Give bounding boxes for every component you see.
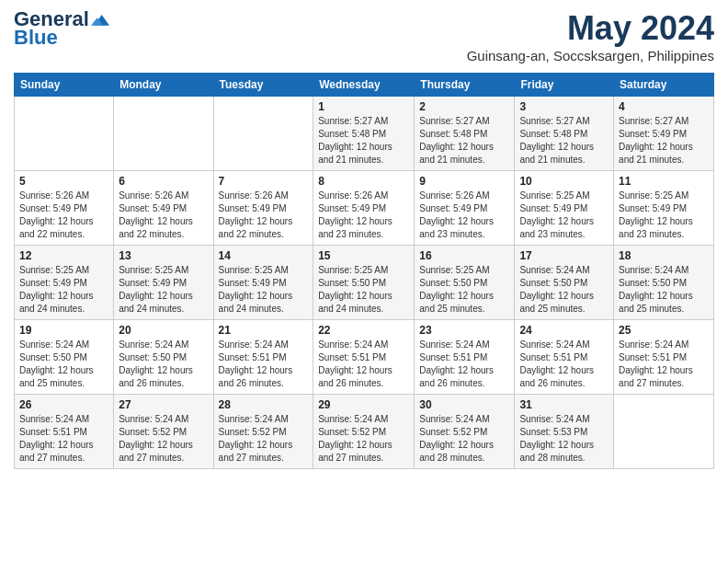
day-number: 2: [419, 100, 509, 113]
day-info: Sunrise: 5:24 AM Sunset: 5:51 PM Dayligh…: [219, 339, 309, 390]
location-title: Guinsang-an, Soccsksargen, Philippines: [467, 48, 714, 63]
day-info: Sunrise: 5:24 AM Sunset: 5:52 PM Dayligh…: [419, 413, 509, 465]
day-cell: 4Sunrise: 5:27 AM Sunset: 5:49 PM Daylig…: [614, 97, 714, 171]
day-info: Sunrise: 5:24 AM Sunset: 5:51 PM Dayligh…: [419, 339, 509, 390]
logo-icon: [91, 10, 109, 29]
day-info: Sunrise: 5:24 AM Sunset: 5:52 PM Dayligh…: [119, 413, 208, 465]
day-info: Sunrise: 5:24 AM Sunset: 5:51 PM Dayligh…: [318, 339, 409, 390]
day-number: 22: [318, 324, 409, 337]
day-info: Sunrise: 5:24 AM Sunset: 5:50 PM Dayligh…: [619, 264, 709, 316]
day-cell: 28Sunrise: 5:24 AM Sunset: 5:52 PM Dayli…: [213, 395, 313, 469]
day-info: Sunrise: 5:24 AM Sunset: 5:52 PM Dayligh…: [219, 413, 309, 465]
day-cell: 9Sunrise: 5:26 AM Sunset: 5:49 PM Daylig…: [415, 171, 515, 246]
day-cell: 19Sunrise: 5:24 AM Sunset: 5:50 PM Dayli…: [15, 320, 114, 395]
day-number: 4: [619, 100, 709, 113]
day-number: 7: [219, 175, 309, 188]
day-info: Sunrise: 5:27 AM Sunset: 5:48 PM Dayligh…: [318, 115, 409, 167]
day-number: 31: [519, 398, 609, 411]
day-number: 27: [119, 398, 208, 411]
header: General Blue May 2024 Guinsang-an, Soccs…: [14, 9, 714, 69]
day-number: 3: [519, 100, 609, 113]
day-number: 5: [19, 175, 108, 188]
day-info: Sunrise: 5:25 AM Sunset: 5:49 PM Dayligh…: [219, 264, 309, 316]
header-cell-thursday: Thursday: [415, 74, 515, 97]
calendar-body: 1Sunrise: 5:27 AM Sunset: 5:48 PM Daylig…: [15, 97, 714, 469]
day-cell: 12Sunrise: 5:25 AM Sunset: 5:49 PM Dayli…: [15, 246, 114, 320]
day-number: 25: [619, 324, 709, 337]
day-info: Sunrise: 5:26 AM Sunset: 5:49 PM Dayligh…: [219, 190, 309, 241]
day-info: Sunrise: 5:26 AM Sunset: 5:49 PM Dayligh…: [119, 190, 208, 241]
day-cell: 23Sunrise: 5:24 AM Sunset: 5:51 PM Dayli…: [415, 320, 515, 395]
day-cell: 8Sunrise: 5:26 AM Sunset: 5:49 PM Daylig…: [313, 171, 415, 246]
day-cell: 21Sunrise: 5:24 AM Sunset: 5:51 PM Dayli…: [213, 320, 313, 395]
day-cell: 24Sunrise: 5:24 AM Sunset: 5:51 PM Dayli…: [515, 320, 614, 395]
day-cell: [15, 97, 114, 171]
day-cell: 15Sunrise: 5:25 AM Sunset: 5:50 PM Dayli…: [313, 246, 415, 320]
day-info: Sunrise: 5:25 AM Sunset: 5:49 PM Dayligh…: [619, 190, 709, 241]
day-number: 28: [219, 398, 309, 411]
logo: General Blue: [14, 9, 109, 50]
month-title: May 2024: [467, 9, 714, 48]
day-cell: 2Sunrise: 5:27 AM Sunset: 5:48 PM Daylig…: [415, 97, 515, 171]
day-number: 17: [519, 249, 609, 262]
day-info: Sunrise: 5:24 AM Sunset: 5:50 PM Dayligh…: [19, 339, 108, 390]
day-number: 13: [119, 249, 208, 262]
day-number: 20: [119, 324, 208, 337]
day-number: 21: [219, 324, 309, 337]
day-number: 1: [318, 100, 409, 113]
calendar-table: SundayMondayTuesdayWednesdayThursdayFrid…: [14, 73, 714, 469]
day-number: 24: [519, 324, 609, 337]
day-cell: [114, 97, 213, 171]
day-number: 16: [419, 249, 509, 262]
day-info: Sunrise: 5:24 AM Sunset: 5:51 PM Dayligh…: [519, 339, 609, 390]
header-cell-wednesday: Wednesday: [313, 74, 415, 97]
day-cell: 27Sunrise: 5:24 AM Sunset: 5:52 PM Dayli…: [114, 395, 213, 469]
day-info: Sunrise: 5:24 AM Sunset: 5:52 PM Dayligh…: [318, 413, 409, 465]
day-info: Sunrise: 5:24 AM Sunset: 5:51 PM Dayligh…: [19, 413, 108, 465]
week-row-2: 5Sunrise: 5:26 AM Sunset: 5:49 PM Daylig…: [15, 171, 714, 246]
day-cell: 25Sunrise: 5:24 AM Sunset: 5:51 PM Dayli…: [614, 320, 714, 395]
day-cell: 7Sunrise: 5:26 AM Sunset: 5:49 PM Daylig…: [213, 171, 313, 246]
day-number: 15: [318, 249, 409, 262]
day-cell: 29Sunrise: 5:24 AM Sunset: 5:52 PM Dayli…: [313, 395, 415, 469]
day-info: Sunrise: 5:27 AM Sunset: 5:49 PM Dayligh…: [619, 115, 709, 167]
day-info: Sunrise: 5:27 AM Sunset: 5:48 PM Dayligh…: [519, 115, 609, 167]
day-info: Sunrise: 5:24 AM Sunset: 5:50 PM Dayligh…: [519, 264, 609, 316]
day-cell: [213, 97, 313, 171]
day-cell: 22Sunrise: 5:24 AM Sunset: 5:51 PM Dayli…: [313, 320, 415, 395]
day-number: 14: [219, 249, 309, 262]
day-cell: 6Sunrise: 5:26 AM Sunset: 5:49 PM Daylig…: [114, 171, 213, 246]
day-info: Sunrise: 5:26 AM Sunset: 5:49 PM Dayligh…: [318, 190, 409, 241]
day-number: 23: [419, 324, 509, 337]
day-cell: 11Sunrise: 5:25 AM Sunset: 5:49 PM Dayli…: [614, 171, 714, 246]
day-info: Sunrise: 5:24 AM Sunset: 5:50 PM Dayligh…: [119, 339, 208, 390]
day-number: 6: [119, 175, 208, 188]
calendar-header: SundayMondayTuesdayWednesdayThursdayFrid…: [15, 74, 714, 97]
day-info: Sunrise: 5:24 AM Sunset: 5:51 PM Dayligh…: [619, 339, 709, 390]
day-info: Sunrise: 5:25 AM Sunset: 5:49 PM Dayligh…: [519, 190, 609, 241]
day-number: 19: [19, 324, 108, 337]
week-row-5: 26Sunrise: 5:24 AM Sunset: 5:51 PM Dayli…: [15, 395, 714, 469]
day-info: Sunrise: 5:26 AM Sunset: 5:49 PM Dayligh…: [19, 190, 108, 241]
day-number: 8: [318, 175, 409, 188]
day-cell: 20Sunrise: 5:24 AM Sunset: 5:50 PM Dayli…: [114, 320, 213, 395]
header-row: SundayMondayTuesdayWednesdayThursdayFrid…: [15, 74, 714, 97]
day-cell: 1Sunrise: 5:27 AM Sunset: 5:48 PM Daylig…: [313, 97, 415, 171]
day-number: 30: [419, 398, 509, 411]
day-number: 9: [419, 175, 509, 188]
day-cell: 30Sunrise: 5:24 AM Sunset: 5:52 PM Dayli…: [415, 395, 515, 469]
header-cell-sunday: Sunday: [15, 74, 114, 97]
header-cell-friday: Friday: [515, 74, 614, 97]
day-cell: 13Sunrise: 5:25 AM Sunset: 5:49 PM Dayli…: [114, 246, 213, 320]
header-cell-monday: Monday: [114, 74, 213, 97]
header-cell-saturday: Saturday: [614, 74, 714, 97]
title-area: May 2024 Guinsang-an, Soccsksargen, Phil…: [467, 9, 714, 69]
logo-blue-text: Blue: [14, 26, 58, 50]
day-info: Sunrise: 5:25 AM Sunset: 5:49 PM Dayligh…: [19, 264, 108, 316]
day-number: 11: [619, 175, 709, 188]
day-cell: 3Sunrise: 5:27 AM Sunset: 5:48 PM Daylig…: [515, 97, 614, 171]
day-info: Sunrise: 5:27 AM Sunset: 5:48 PM Dayligh…: [419, 115, 509, 167]
day-cell: 14Sunrise: 5:25 AM Sunset: 5:49 PM Dayli…: [213, 246, 313, 320]
day-info: Sunrise: 5:25 AM Sunset: 5:50 PM Dayligh…: [419, 264, 509, 316]
day-cell: 26Sunrise: 5:24 AM Sunset: 5:51 PM Dayli…: [15, 395, 114, 469]
